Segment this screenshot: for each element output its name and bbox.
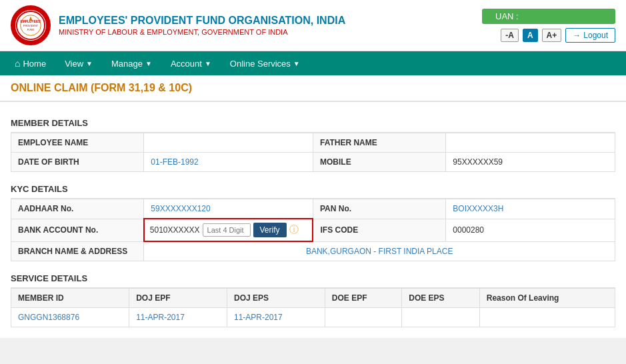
bank-account-label: BANK ACCOUNT No. xyxy=(11,219,144,241)
table-header-row: MEMBER ID DOJ EPF DOJ EPS DOE EPF DOE EP… xyxy=(11,289,615,308)
nav-manage[interactable]: Manage ▼ xyxy=(102,52,161,75)
bank-account-cell: 5010XXXXXX Verify ⓘ xyxy=(144,219,313,241)
col-doe-eps: DOE EPS xyxy=(402,289,480,308)
logo-section: EMPLOYEES' PROVIDENT FUND EMPLOYEES' PRO… xyxy=(11,5,345,45)
main-content: MEMBER DETAILS EMPLOYEE NAME FATHER NAME… xyxy=(0,102,626,338)
member-id-cell: GNGGN1368876 xyxy=(11,308,129,327)
bank-input-group: 5010XXXXXX Verify ⓘ xyxy=(150,223,307,237)
dob-label: DATE OF BIRTH xyxy=(11,153,144,172)
table-row: BANK ACCOUNT No. 5010XXXXXX Verify ⓘ IFS… xyxy=(11,219,615,241)
uan-box: UAN : xyxy=(482,9,615,24)
svg-text:EMPLOYEES': EMPLOYEES' xyxy=(21,20,41,23)
aadhaar-label: AADHAAR No. xyxy=(11,199,144,219)
font-small-button[interactable]: -A xyxy=(501,29,519,42)
online-services-dropdown-icon: ▼ xyxy=(293,60,300,67)
service-details-table: MEMBER ID DOJ EPF DOJ EPS DOE EPF DOE EP… xyxy=(11,288,615,327)
father-name-label: FATHER NAME xyxy=(313,133,445,153)
col-doe-epf: DOE EPF xyxy=(325,289,401,308)
nav-view[interactable]: View ▼ xyxy=(55,52,102,75)
page-title-bar: ONLINE CLAIM (FORM 31,19 & 10C) xyxy=(0,75,626,102)
doe-epf-cell xyxy=(325,308,401,327)
svg-text:PROVIDENT: PROVIDENT xyxy=(23,25,39,27)
font-controls: -A A A+ → Logout xyxy=(501,28,615,43)
employee-name-label: EMPLOYEE NAME xyxy=(11,133,144,153)
navbar: ⌂ Home View ▼ Manage ▼ Account ▼ Online … xyxy=(0,51,626,75)
employee-name-value xyxy=(144,133,313,153)
mobile-value: 95XXXXXX59 xyxy=(446,153,615,172)
reason-cell xyxy=(479,308,615,327)
view-dropdown-icon: ▼ xyxy=(86,60,93,67)
org-name: EMPLOYEES' PROVIDENT FUND ORGANISATION, … xyxy=(59,15,345,27)
table-row: EMPLOYEE NAME FATHER NAME xyxy=(11,133,615,153)
account-dropdown-icon: ▼ xyxy=(205,60,211,67)
nav-account[interactable]: Account ▼ xyxy=(161,52,221,75)
doj-eps-cell: 11-APR-2017 xyxy=(227,308,325,327)
table-row: BRANCH NAME & ADDRESS BANK,GURGAON - FIR… xyxy=(11,241,615,261)
branch-value: BANK,GURGAON - FIRST INDIA PLACE xyxy=(144,241,615,261)
service-details-header: SERVICE DETAILS xyxy=(11,268,615,288)
page-title: ONLINE CLAIM (FORM 31,19 & 10C) xyxy=(11,82,615,94)
header: EMPLOYEES' PROVIDENT FUND EMPLOYEES' PRO… xyxy=(0,0,626,51)
col-reason: Reason Of Leaving xyxy=(479,289,615,308)
branch-label: BRANCH NAME & ADDRESS xyxy=(11,241,144,261)
col-member-id: MEMBER ID xyxy=(11,289,129,308)
aadhaar-value: 59XXXXXXX120 xyxy=(144,199,313,219)
font-large-button[interactable]: A+ xyxy=(542,29,562,42)
org-info: EMPLOYEES' PROVIDENT FUND ORGANISATION, … xyxy=(59,15,345,36)
member-details-header: MEMBER DETAILS xyxy=(11,113,615,133)
member-details-table: EMPLOYEE NAME FATHER NAME DATE OF BIRTH … xyxy=(11,133,615,172)
pan-label: PAN No. xyxy=(313,199,445,219)
last4-digit-input[interactable] xyxy=(203,223,251,237)
doj-epf-cell: 11-APR-2017 xyxy=(129,308,227,327)
table-row: GNGGN1368876 11-APR-2017 11-APR-2017 xyxy=(11,308,615,327)
pan-value: BOIXXXXX3H xyxy=(446,199,615,219)
logout-arrow-icon: → xyxy=(573,31,581,40)
svg-text:FUND: FUND xyxy=(27,29,35,31)
mobile-label: MOBILE xyxy=(313,153,445,172)
kyc-details-header: KYC DETAILS xyxy=(11,179,615,199)
verify-button[interactable]: Verify xyxy=(253,223,287,237)
table-row: DATE OF BIRTH 01-FEB-1992 MOBILE 95XXXXX… xyxy=(11,153,615,172)
ministry-name: MINISTRY OF LABOUR & EMPLOYMENT, GOVERNM… xyxy=(59,28,345,36)
ifs-code-value: 0000280 xyxy=(446,219,615,241)
nav-home[interactable]: ⌂ Home xyxy=(5,51,55,75)
nav-online-services[interactable]: Online Services ▼ xyxy=(221,52,309,75)
col-doj-eps: DOJ EPS xyxy=(227,289,325,308)
epfo-logo: EMPLOYEES' PROVIDENT FUND xyxy=(11,5,51,45)
logout-button[interactable]: → Logout xyxy=(565,28,615,43)
col-doj-epf: DOJ EPF xyxy=(129,289,227,308)
home-icon: ⌂ xyxy=(15,58,20,69)
info-icon[interactable]: ⓘ xyxy=(289,224,299,236)
dob-value: 01-FEB-1992 xyxy=(144,153,313,172)
bank-account-number: 5010XXXXXX xyxy=(150,225,200,235)
doe-eps-cell xyxy=(402,308,480,327)
top-right: UAN : -A A A+ → Logout xyxy=(482,9,615,43)
kyc-details-table: AADHAAR No. 59XXXXXXX120 PAN No. BOIXXXX… xyxy=(11,199,615,261)
manage-dropdown-icon: ▼ xyxy=(145,60,152,67)
father-name-value xyxy=(446,133,615,153)
ifs-code-label: IFS CODE xyxy=(313,219,445,241)
font-medium-button[interactable]: A xyxy=(523,29,538,42)
table-row: AADHAAR No. 59XXXXXXX120 PAN No. BOIXXXX… xyxy=(11,199,615,219)
